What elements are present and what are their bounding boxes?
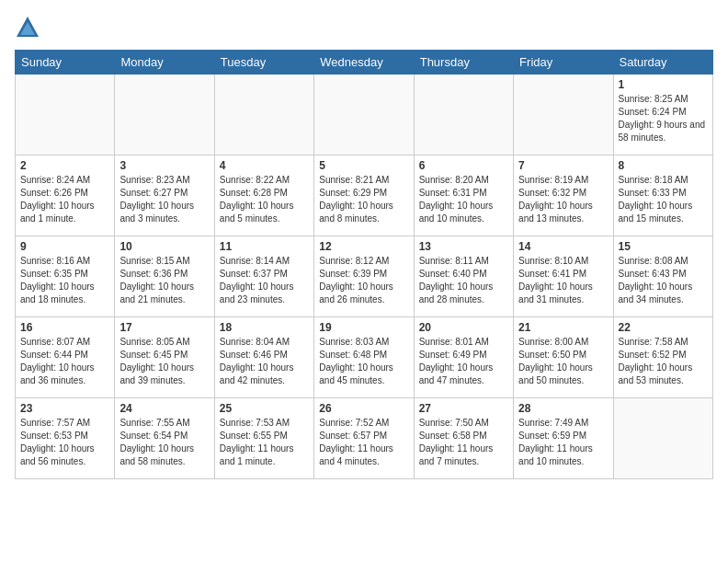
day-info: Sunrise: 8:10 AM Sunset: 6:41 PM Dayligh… xyxy=(518,255,608,306)
day-info: Sunrise: 8:20 AM Sunset: 6:31 PM Dayligh… xyxy=(419,174,508,225)
calendar-day-cell: 8Sunrise: 8:18 AM Sunset: 6:33 PM Daylig… xyxy=(613,155,712,236)
calendar-day-cell: 12Sunrise: 8:12 AM Sunset: 6:39 PM Dayli… xyxy=(314,236,414,317)
calendar-day-cell: 18Sunrise: 8:04 AM Sunset: 6:46 PM Dayli… xyxy=(214,317,313,398)
day-number: 23 xyxy=(20,402,109,415)
day-info: Sunrise: 8:00 AM Sunset: 6:50 PM Dayligh… xyxy=(518,336,608,387)
day-info: Sunrise: 7:50 AM Sunset: 6:58 PM Dayligh… xyxy=(419,417,508,468)
day-info: Sunrise: 7:52 AM Sunset: 6:57 PM Dayligh… xyxy=(319,417,408,468)
calendar-week-row: 2Sunrise: 8:24 AM Sunset: 6:26 PM Daylig… xyxy=(16,155,713,236)
day-number: 17 xyxy=(119,321,209,334)
calendar-day-cell: 13Sunrise: 8:11 AM Sunset: 6:40 PM Dayli… xyxy=(414,236,513,317)
day-number: 2 xyxy=(20,159,109,172)
calendar-day-cell: 21Sunrise: 8:00 AM Sunset: 6:50 PM Dayli… xyxy=(514,317,613,398)
header xyxy=(15,15,713,40)
calendar-week-row: 23Sunrise: 7:57 AM Sunset: 6:53 PM Dayli… xyxy=(16,398,713,479)
day-number: 5 xyxy=(319,159,408,172)
calendar-day-cell: 7Sunrise: 8:19 AM Sunset: 6:32 PM Daylig… xyxy=(514,155,613,236)
calendar-day-cell: 4Sunrise: 8:22 AM Sunset: 6:28 PM Daylig… xyxy=(214,155,313,236)
day-info: Sunrise: 8:04 AM Sunset: 6:46 PM Dayligh… xyxy=(220,336,309,387)
calendar-day-cell xyxy=(214,75,313,155)
calendar-header-row: SundayMondayTuesdayWednesdayThursdayFrid… xyxy=(16,51,713,75)
calendar-day-cell xyxy=(514,75,613,155)
day-info: Sunrise: 8:21 AM Sunset: 6:29 PM Dayligh… xyxy=(319,174,408,225)
day-number: 20 xyxy=(419,321,508,334)
day-number: 8 xyxy=(619,159,708,172)
calendar-day-cell: 9Sunrise: 8:16 AM Sunset: 6:35 PM Daylig… xyxy=(16,236,115,317)
calendar-day-cell: 16Sunrise: 8:07 AM Sunset: 6:44 PM Dayli… xyxy=(16,317,115,398)
page: SundayMondayTuesdayWednesdayThursdayFrid… xyxy=(0,0,728,487)
calendar-day-cell: 19Sunrise: 8:03 AM Sunset: 6:48 PM Dayli… xyxy=(314,317,414,398)
day-number: 25 xyxy=(220,402,309,415)
calendar-day-cell: 6Sunrise: 8:20 AM Sunset: 6:31 PM Daylig… xyxy=(414,155,513,236)
day-number: 10 xyxy=(119,240,209,253)
calendar-day-header: Sunday xyxy=(16,51,115,75)
day-info: Sunrise: 8:07 AM Sunset: 6:44 PM Dayligh… xyxy=(20,336,109,387)
calendar-day-cell: 17Sunrise: 8:05 AM Sunset: 6:45 PM Dayli… xyxy=(115,317,214,398)
calendar-week-row: 16Sunrise: 8:07 AM Sunset: 6:44 PM Dayli… xyxy=(16,317,713,398)
day-number: 12 xyxy=(319,240,408,253)
calendar-day-cell xyxy=(314,75,414,155)
day-number: 21 xyxy=(518,321,608,334)
day-number: 16 xyxy=(20,321,109,334)
day-info: Sunrise: 8:12 AM Sunset: 6:39 PM Dayligh… xyxy=(319,255,408,306)
day-info: Sunrise: 7:58 AM Sunset: 6:52 PM Dayligh… xyxy=(619,336,708,387)
day-number: 3 xyxy=(119,159,209,172)
day-number: 1 xyxy=(619,78,708,91)
day-number: 26 xyxy=(319,402,408,415)
logo-icon xyxy=(15,15,40,40)
calendar-day-cell: 10Sunrise: 8:15 AM Sunset: 6:36 PM Dayli… xyxy=(115,236,214,317)
calendar-day-cell xyxy=(16,75,115,155)
calendar-day-header: Tuesday xyxy=(214,51,313,75)
day-number: 19 xyxy=(319,321,408,334)
day-info: Sunrise: 7:57 AM Sunset: 6:53 PM Dayligh… xyxy=(20,417,109,468)
day-number: 7 xyxy=(518,159,608,172)
calendar-day-cell: 2Sunrise: 8:24 AM Sunset: 6:26 PM Daylig… xyxy=(16,155,115,236)
day-info: Sunrise: 8:18 AM Sunset: 6:33 PM Dayligh… xyxy=(619,174,708,225)
calendar-day-cell: 27Sunrise: 7:50 AM Sunset: 6:58 PM Dayli… xyxy=(414,398,513,479)
day-info: Sunrise: 8:24 AM Sunset: 6:26 PM Dayligh… xyxy=(20,174,109,225)
day-number: 14 xyxy=(518,240,608,253)
day-number: 28 xyxy=(518,402,608,415)
calendar: SundayMondayTuesdayWednesdayThursdayFrid… xyxy=(15,50,713,479)
day-number: 27 xyxy=(419,402,508,415)
calendar-day-cell: 25Sunrise: 7:53 AM Sunset: 6:55 PM Dayli… xyxy=(214,398,313,479)
day-number: 4 xyxy=(220,159,309,172)
day-info: Sunrise: 7:55 AM Sunset: 6:54 PM Dayligh… xyxy=(119,417,209,468)
day-number: 24 xyxy=(119,402,209,415)
calendar-day-cell: 28Sunrise: 7:49 AM Sunset: 6:59 PM Dayli… xyxy=(514,398,613,479)
calendar-day-cell: 14Sunrise: 8:10 AM Sunset: 6:41 PM Dayli… xyxy=(514,236,613,317)
day-number: 9 xyxy=(20,240,109,253)
calendar-day-cell: 22Sunrise: 7:58 AM Sunset: 6:52 PM Dayli… xyxy=(613,317,712,398)
day-info: Sunrise: 8:15 AM Sunset: 6:36 PM Dayligh… xyxy=(119,255,209,306)
day-number: 15 xyxy=(619,240,708,253)
day-number: 11 xyxy=(220,240,309,253)
day-info: Sunrise: 8:11 AM Sunset: 6:40 PM Dayligh… xyxy=(419,255,508,306)
day-number: 6 xyxy=(419,159,508,172)
day-info: Sunrise: 8:01 AM Sunset: 6:49 PM Dayligh… xyxy=(419,336,508,387)
calendar-day-cell: 1Sunrise: 8:25 AM Sunset: 6:24 PM Daylig… xyxy=(613,75,712,155)
calendar-day-header: Saturday xyxy=(613,51,712,75)
calendar-day-cell: 23Sunrise: 7:57 AM Sunset: 6:53 PM Dayli… xyxy=(16,398,115,479)
calendar-day-header: Monday xyxy=(115,51,214,75)
day-info: Sunrise: 7:49 AM Sunset: 6:59 PM Dayligh… xyxy=(518,417,608,468)
calendar-day-header: Wednesday xyxy=(314,51,414,75)
day-info: Sunrise: 7:53 AM Sunset: 6:55 PM Dayligh… xyxy=(220,417,309,468)
calendar-day-header: Friday xyxy=(514,51,613,75)
calendar-day-cell: 5Sunrise: 8:21 AM Sunset: 6:29 PM Daylig… xyxy=(314,155,414,236)
calendar-day-cell: 3Sunrise: 8:23 AM Sunset: 6:27 PM Daylig… xyxy=(115,155,214,236)
calendar-day-cell xyxy=(613,398,712,479)
calendar-day-cell: 24Sunrise: 7:55 AM Sunset: 6:54 PM Dayli… xyxy=(115,398,214,479)
day-info: Sunrise: 8:23 AM Sunset: 6:27 PM Dayligh… xyxy=(119,174,209,225)
day-info: Sunrise: 8:05 AM Sunset: 6:45 PM Dayligh… xyxy=(119,336,209,387)
day-info: Sunrise: 8:14 AM Sunset: 6:37 PM Dayligh… xyxy=(220,255,309,306)
day-info: Sunrise: 8:22 AM Sunset: 6:28 PM Dayligh… xyxy=(220,174,309,225)
day-info: Sunrise: 8:25 AM Sunset: 6:24 PM Dayligh… xyxy=(619,93,708,144)
calendar-day-cell xyxy=(115,75,214,155)
day-info: Sunrise: 8:08 AM Sunset: 6:43 PM Dayligh… xyxy=(619,255,708,306)
calendar-day-cell: 15Sunrise: 8:08 AM Sunset: 6:43 PM Dayli… xyxy=(613,236,712,317)
calendar-day-cell xyxy=(414,75,513,155)
day-info: Sunrise: 8:03 AM Sunset: 6:48 PM Dayligh… xyxy=(319,336,408,387)
logo xyxy=(15,15,44,40)
calendar-week-row: 1Sunrise: 8:25 AM Sunset: 6:24 PM Daylig… xyxy=(16,75,713,155)
calendar-day-header: Thursday xyxy=(414,51,513,75)
